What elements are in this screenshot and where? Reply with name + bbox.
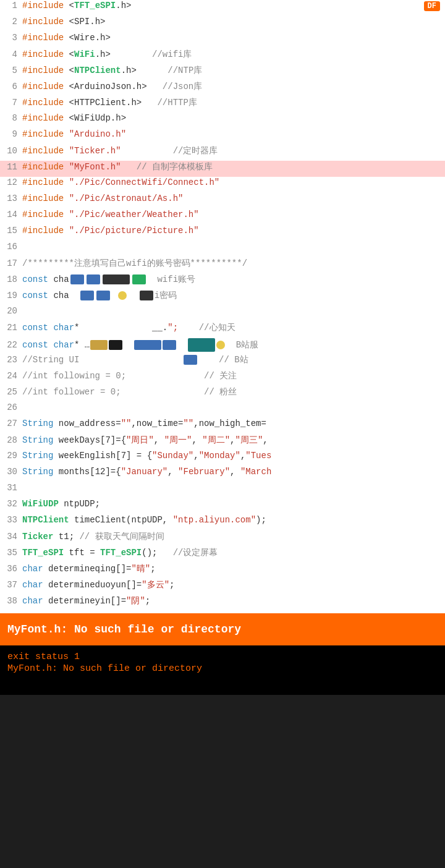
console-area: exit status 1 MyFont.h: No such file or … [0, 645, 445, 695]
code-line-35: 35 TFT_eSPI tft = TFT_eSPI(); //设定屏幕 [0, 547, 445, 563]
code-line-6: 6 #include <ArduinoJson.h> //Json库 [0, 80, 445, 96]
df-badge: DF [424, 1, 440, 11]
code-line-21: 21 const char* __."; //心知天 [0, 321, 445, 338]
code-line-14: 14 #include "./Pic/weather/Weather.h" [0, 209, 445, 225]
error-banner: MyFont.h: No such file or directory [0, 613, 445, 645]
code-line-25: 25 //int follower = 0; // 粉丝 [0, 386, 445, 402]
code-line-7: 7 #include <HTTPClient.h> //HTTP库 [0, 96, 445, 113]
code-line-38: 38 char determineyin[]="阴"; [0, 595, 445, 611]
console-line-1: exit status 1 [7, 652, 438, 662]
code-line-33: 33 NTPClient timeClient(ntpUDP, "ntp.ali… [0, 514, 445, 530]
code-editor: 1 #include <TFT_eSPI.h> DF 2 #include <S… [0, 0, 445, 613]
code-line-36: 36 char determineqing[]="晴"; [0, 563, 445, 579]
code-line-9: 9 #include "Arduino.h" [0, 129, 445, 145]
code-line-24: 24 //int following = 0; // 关注 [0, 370, 445, 386]
error-banner-text: MyFont.h: No such file or directory [7, 623, 241, 636]
code-line-2: 2 #include <SPI.h> [0, 16, 445, 32]
code-line-16: 16 [0, 241, 445, 257]
code-line-12: 12 #include "./Pic/ConnectWifi/Connect.h… [0, 177, 445, 193]
code-line-19: 19 const cha i密码 [0, 289, 445, 305]
code-line-26: 26 [0, 402, 445, 418]
code-line-29: 29 String weekEnglish[7] = {"Sunday","Mo… [0, 450, 445, 466]
code-line-37: 37 char determineduoyun[]="多云"; [0, 579, 445, 595]
code-line-15: 15 #include "./Pic/picture/Picture.h" [0, 225, 445, 241]
code-line-1: 1 #include <TFT_eSPI.h> DF [0, 0, 445, 16]
code-line-27: 27 String now_address="",now_time="",now… [0, 418, 445, 434]
code-line-22: 22 const char* … B站服 [0, 338, 445, 354]
code-line-28: 28 String weekDays[7]={"周日", "周一", "周二",… [0, 434, 445, 450]
code-line-31: 31 [0, 482, 445, 498]
code-line-30: 30 String months[12]={"January", "Februa… [0, 466, 445, 482]
code-line-18: 18 const cha wifi账号 [0, 273, 445, 289]
console-line-2: MyFont.h: No such file or directory [7, 663, 438, 674]
code-line-17: 17 /*********注意填写自己wifi的账号密码**********/ [0, 257, 445, 273]
code-line-4: 4 #include <WiFi.h> //wifi库 [0, 48, 445, 64]
code-line-23: 23 //String UI // B站 [0, 354, 445, 370]
code-line-11: 11 #include "MyFont.h" // 自制字体模板库 [0, 161, 445, 177]
code-line-34: 34 Ticker t1; // 获取天气间隔时间 [0, 530, 445, 547]
code-line-3: 3 #include <Wire.h> [0, 32, 445, 48]
code-line-32: 32 WiFiUDP ntpUDP; [0, 498, 445, 514]
code-line-5: 5 #include <NTPClient.h> //NTP库 [0, 64, 445, 80]
code-line-13: 13 #include "./Pic/Astronaut/As.h" [0, 193, 445, 209]
code-line-8: 8 #include <WiFiUdp.h> [0, 113, 445, 129]
code-line-10: 10 #include "Ticker.h" //定时器库 [0, 145, 445, 161]
code-line-20: 20 [0, 305, 445, 321]
